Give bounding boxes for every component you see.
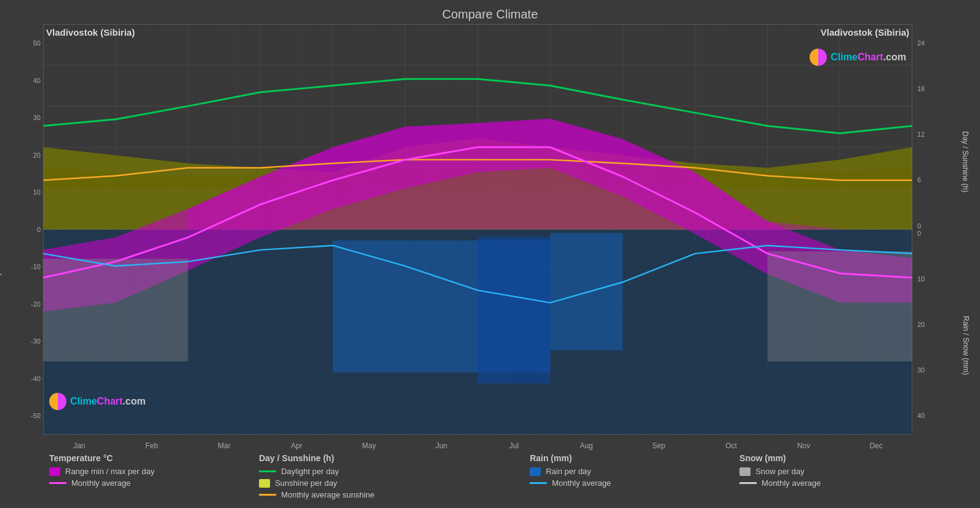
page-container: Compare Climate Temperature °C 50 40 30 … (0, 0, 980, 508)
legend-snow-swatch-label: Snow per day (755, 467, 805, 476)
y-axis-left-label: Temperature °C (0, 234, 2, 290)
legend-sunshine-avg: Monthly average sunshine (259, 490, 524, 499)
legend-sunshine-avg-label: Monthly average sunshine (281, 490, 375, 499)
location-label-right: Vladivostok (Sibiria) (821, 27, 909, 38)
logo-bottom-left: ClimeChart.com (49, 393, 146, 410)
legend-rain-avg: Monthly average (530, 478, 733, 488)
precipitation-stripes (43, 24, 912, 435)
y-tick-n40: -40 (31, 375, 41, 382)
legend-rain-swatch-label: Rain per day (546, 467, 591, 476)
legend-snow-title: Snow (mm) (739, 453, 943, 463)
legend-snow-avg-label: Monthly average (762, 478, 821, 488)
x-axis-labels: Jan Feb Mar Apr May Jun Jul Aug Sep Oct … (43, 441, 912, 450)
legend-temp-avg: Monthly average (49, 478, 253, 488)
y-tick-n30: -30 (31, 337, 41, 345)
month-apr: Apr (260, 441, 333, 450)
y-tick-10: 10 (33, 188, 41, 196)
month-sep: Sep (623, 441, 695, 450)
chart-area: Temperature °C 50 40 30 20 10 0 -10 -20 … (0, 24, 980, 435)
legend-rain-avg-label: Monthly average (552, 478, 611, 488)
legend-temp-range-label: Range min / max per day (65, 467, 154, 476)
month-jul: Jul (478, 441, 551, 450)
y-axis-right-sunshine-label: Day / Sunshine (h) (960, 131, 969, 192)
legend-snow-swatch: Snow per day (739, 467, 943, 476)
legend-temperature: Temperature °C Range min / max per day M… (49, 453, 253, 502)
chart-title: Compare Climate (0, 0, 980, 24)
y-tick-n10: -10 (31, 263, 41, 270)
month-mar: Mar (188, 441, 261, 450)
svg-rect-33 (43, 24, 912, 435)
legend-temp-avg-label: Monthly average (71, 478, 130, 488)
month-may: May (333, 441, 405, 450)
legend-snow-avg: Monthly average (739, 478, 943, 488)
logo-top-right: ClimeChart.com (810, 49, 906, 66)
y-tick-0: 0 (37, 226, 41, 233)
legend-sunshine: Day / Sunshine (h) Daylight per day Suns… (259, 453, 524, 502)
right-tick-r30: 30 (917, 366, 968, 374)
right-tick-12: 12 (917, 131, 968, 138)
month-dec: Dec (840, 441, 912, 450)
y-tick-n50: -50 (31, 412, 41, 419)
legend-sunshine-title: Day / Sunshine (h) (259, 453, 524, 463)
legend-rain-swatch: Rain per day (530, 467, 733, 476)
legend-sunshine-swatch-label: Sunshine per day (275, 478, 337, 488)
month-aug: Aug (550, 441, 623, 450)
month-jan: Jan (43, 441, 116, 450)
month-oct: Oct (695, 441, 768, 450)
legend-temp-range: Range min / max per day (49, 467, 253, 476)
y-axis-right-rain-label: Rain / Snow (mm) (962, 316, 970, 375)
legend-daylight-label: Daylight per day (281, 467, 339, 476)
legend-rain: Rain (mm) Rain per day Monthly average (530, 453, 733, 502)
right-tick-r20: 20 (917, 321, 968, 328)
right-tick-r40: 40 (917, 412, 968, 419)
legend-rain-title: Rain (mm) (530, 453, 733, 463)
y-tick-50: 50 (33, 39, 41, 47)
legend-daylight: Daylight per day (259, 467, 524, 476)
y-tick-20: 20 (33, 151, 41, 159)
legend-temp-title: Temperature °C (49, 453, 253, 463)
right-tick-0: 0 (917, 222, 968, 230)
y-tick-n20: -20 (31, 300, 41, 308)
right-tick-6: 6 (917, 176, 968, 183)
y-tick-30: 30 (33, 114, 41, 121)
y-tick-40: 40 (33, 77, 41, 84)
legend-sunshine-swatch: Sunshine per day (259, 478, 524, 488)
right-tick-24: 24 (917, 39, 968, 47)
month-nov: Nov (768, 441, 840, 450)
right-tick-18: 18 (917, 85, 968, 92)
right-tick-r0: 0 (917, 230, 968, 237)
month-feb: Feb (116, 441, 188, 450)
chart-svg-container: Vladivostok (Sibiria) Vladivostok (Sibir… (43, 24, 912, 435)
right-tick-r10: 10 (917, 275, 968, 283)
month-jun: Jun (405, 441, 478, 450)
legend-snow: Snow (mm) Snow per day Monthly average ©… (739, 453, 943, 502)
location-label-left: Vladivostok (Sibiria) (46, 27, 135, 38)
main-chart-svg (43, 24, 912, 435)
